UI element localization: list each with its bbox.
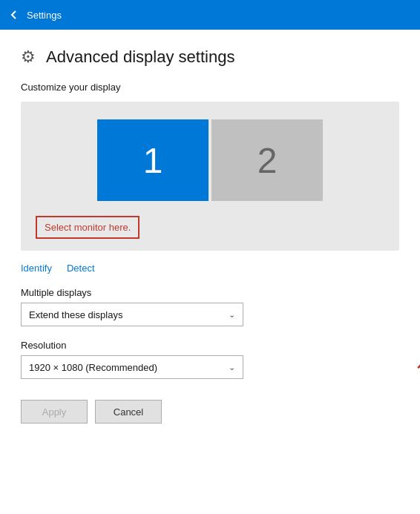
multiple-displays-section: Multiple displays Extend these displays … [21, 287, 399, 326]
multiple-displays-dropdown[interactable]: Extend these displays ⌄ [21, 303, 243, 326]
title-bar: Settings [0, 0, 420, 30]
title-bar-text: Settings [27, 10, 62, 21]
links-row: Identify Detect [21, 263, 399, 274]
resolution-section: Resolution 1920 × 1080 (Recommended) ⌄ [21, 340, 399, 379]
chevron-down-icon-2: ⌄ [229, 363, 235, 372]
chevron-down-icon: ⌄ [229, 310, 235, 320]
resolution-dropdown[interactable]: 1920 × 1080 (Recommended) ⌄ [21, 355, 243, 379]
monitor-area: 1 2 Select monitor here. [21, 102, 399, 251]
apply-button[interactable]: Apply [21, 400, 88, 424]
cancel-button[interactable]: Cancel [95, 400, 162, 424]
identify-button[interactable]: Identify [21, 263, 52, 274]
gear-icon: ⚙ [21, 47, 36, 67]
buttons-row: Apply Cancel [21, 400, 399, 424]
detect-button[interactable]: Detect [67, 263, 95, 274]
main-content: ⚙ Advanced display settings Customize yo… [0, 30, 420, 514]
monitor-1-label: 1 [143, 140, 163, 181]
monitors-row: 1 2 [97, 119, 323, 201]
multiple-displays-value: Extend these displays [29, 309, 122, 320]
monitor-2-label: 2 [257, 140, 278, 181]
select-monitor-hint: Select monitor here. [36, 216, 140, 239]
multiple-displays-label: Multiple displays [21, 287, 399, 298]
red-arrow-annotation [396, 346, 420, 390]
monitor-1[interactable]: 1 [97, 119, 209, 201]
page-title: Advanced display settings [46, 47, 234, 67]
resolution-label: Resolution [21, 340, 399, 351]
monitor-2[interactable]: 2 [211, 119, 323, 201]
page-header: ⚙ Advanced display settings [21, 47, 399, 67]
customize-display-label: Customize your display [21, 82, 399, 93]
back-button[interactable] [9, 10, 19, 20]
resolution-value: 1920 × 1080 (Recommended) [29, 362, 157, 373]
